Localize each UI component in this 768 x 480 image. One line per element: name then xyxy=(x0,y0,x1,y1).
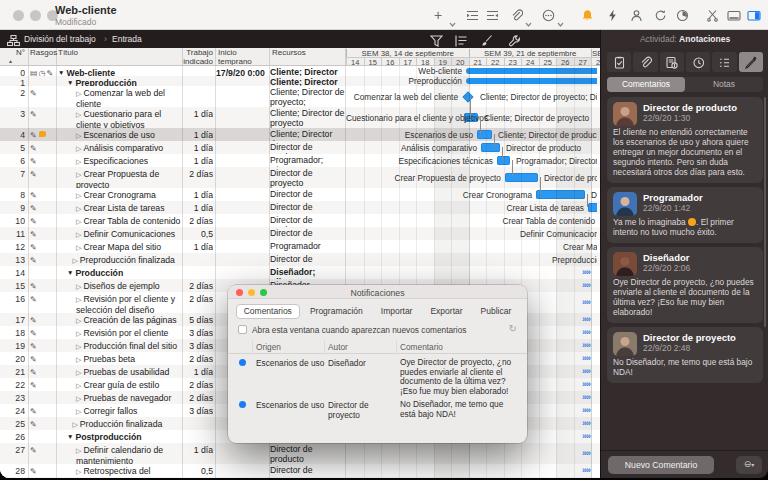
expand-arrow-icon[interactable]: ▷ xyxy=(76,132,81,139)
task-row[interactable]: 0▤◷✎▼Web-cliente17/9/20 0:00Cliente; Dir… xyxy=(0,66,600,76)
task-title[interactable]: ▷Crear Propuesta de proyecto xyxy=(56,167,182,188)
notif-tab-programación[interactable]: Programación xyxy=(302,304,371,319)
gantt-offscreen-icon[interactable]: »» xyxy=(582,280,590,290)
settings-wrench-icon[interactable] xyxy=(508,33,521,45)
task-row[interactable]: 8✎▷Crear Cronograma1 díaDirector de proy… xyxy=(0,188,600,201)
expand-arrow-icon[interactable]: ▷ xyxy=(76,369,81,376)
task-title[interactable]: ▷Revisión por el cliente xyxy=(56,326,182,339)
breakdown-view-icon[interactable] xyxy=(7,33,20,45)
task-title[interactable]: ▼Web-cliente xyxy=(56,66,182,76)
header-trabajo[interactable]: Trabajoindicado xyxy=(183,48,213,66)
task-title[interactable]: ▷Producción final del sitio xyxy=(56,339,182,352)
delete-comment-button[interactable]: ⊖▾ xyxy=(736,456,762,474)
task-row[interactable]: 12✎▷Crear Mapa del sitio1 díaProgramador… xyxy=(0,240,600,253)
task-row[interactable]: 4✎▷Escenarios de uso1 díaCliente; Direct… xyxy=(0,128,600,141)
comment-card[interactable]: Director de proyecto22/9/20 2:48No Diseñ… xyxy=(607,327,763,383)
task-title[interactable]: ▷Definir Comunicaciones xyxy=(56,227,182,240)
task-title[interactable]: ▷Producción finalizada xyxy=(56,417,182,430)
outline-icon[interactable] xyxy=(712,52,736,72)
add-chevron-icon[interactable] xyxy=(449,14,456,20)
gantt-task-bar[interactable] xyxy=(505,173,538,182)
expand-arrow-icon[interactable]: ▷ xyxy=(76,171,81,178)
task-title[interactable]: ▷Revisión por el cliente y selección del… xyxy=(56,292,182,313)
expand-arrow-icon[interactable]: ▷ xyxy=(76,330,81,337)
expand-arrow-icon[interactable]: ▷ xyxy=(76,296,81,303)
expand-arrow-icon[interactable]: ▷ xyxy=(76,231,81,238)
sync-icon[interactable] xyxy=(652,7,668,23)
task-row[interactable]: 1▼PreproducciónCliente; Director d…Prepr… xyxy=(0,76,600,86)
tab-notas[interactable]: Notas xyxy=(685,77,763,92)
gantt-offscreen-icon[interactable]: »» xyxy=(582,327,590,337)
task-title[interactable]: ▷Crear Tabla de contenido xyxy=(56,214,182,227)
expand-arrow-icon[interactable]: ▷ xyxy=(76,343,81,350)
col-comentario[interactable]: Comentario xyxy=(400,342,443,352)
comment-card[interactable]: Director de producto22/9/20 1:30El clien… xyxy=(607,97,763,183)
task-title[interactable]: ▷Corregir fallos xyxy=(56,404,182,417)
gantt-offscreen-icon[interactable]: »» xyxy=(582,418,590,428)
task-title[interactable]: ▼Preproducción xyxy=(56,76,182,86)
task-title[interactable]: ▼Producción xyxy=(56,266,182,279)
close-button[interactable] xyxy=(13,10,24,21)
comment-card[interactable]: Diseñador22/9/20 2:06Oye Director de pro… xyxy=(607,247,763,323)
task-row[interactable]: 10✎▷Crear Tabla de contenido2 díasDirect… xyxy=(0,214,600,227)
gantt-offscreen-icon[interactable]: »» xyxy=(582,478,590,479)
tab-comentarios[interactable]: Comentarios xyxy=(607,77,685,92)
task-title[interactable]: ▷Creación de las páginas xyxy=(56,313,182,326)
collapse-arrow-icon[interactable]: ▼ xyxy=(58,69,64,76)
gantt-task-bar[interactable] xyxy=(497,156,510,165)
gantt-offscreen-icon[interactable]: »» xyxy=(582,431,590,441)
gantt-offscreen-icon[interactable]: »» xyxy=(582,340,590,350)
person-icon[interactable] xyxy=(628,7,644,23)
gantt-offscreen-icon[interactable]: »» xyxy=(582,379,590,389)
gantt-offscreen-icon[interactable]: »» xyxy=(582,297,590,307)
open-on-new-comments-checkbox[interactable] xyxy=(238,325,247,334)
task-row[interactable]: 13✎▷Preproducción finalizadaDirector de … xyxy=(0,253,600,266)
gantt-task-bar[interactable] xyxy=(588,203,597,212)
task-row[interactable]: 27✎▷Definir calendario de mantenimiento1… xyxy=(0,443,600,464)
expand-arrow-icon[interactable]: ▷ xyxy=(76,218,81,225)
expand-arrow-icon[interactable]: ▷ xyxy=(76,192,81,199)
task-row[interactable]: 29✎▷Presentaciones finales0,5 díasClient… xyxy=(0,477,600,478)
task-title[interactable]: ▷Pruebas beta xyxy=(56,352,182,365)
style-icon[interactable] xyxy=(455,33,468,45)
filter-icon[interactable] xyxy=(430,33,443,45)
add-button[interactable]: + xyxy=(430,7,446,23)
expand-arrow-icon[interactable]: ▷ xyxy=(76,468,81,475)
header-titulo[interactable]: Título xyxy=(58,48,178,66)
task-title[interactable]: ▷Crear guía de estilo xyxy=(56,378,182,391)
indent-icon[interactable] xyxy=(464,7,480,23)
gantt-milestone[interactable] xyxy=(462,91,473,102)
notifications-bell-icon[interactable] xyxy=(579,7,595,23)
gantt-offscreen-icon[interactable]: »» xyxy=(582,314,590,324)
expand-arrow-icon[interactable]: ▷ xyxy=(76,205,81,212)
refresh-icon[interactable]: ↻ xyxy=(509,323,517,334)
header-inicio[interactable]: Inicio tempranoindicado xyxy=(218,48,268,66)
more-actions-icon[interactable] xyxy=(540,7,556,23)
annotations-pencil-icon[interactable] xyxy=(739,52,763,72)
task-title[interactable]: ▷Cuestionario para el cliente y objetivo… xyxy=(56,107,182,128)
gantt-task-bar[interactable] xyxy=(481,143,500,152)
task-title[interactable]: ▷Preproducción finalizada xyxy=(56,253,182,266)
expand-arrow-icon[interactable]: ▷ xyxy=(76,90,81,97)
gantt-summary-bar[interactable] xyxy=(466,78,597,84)
cut-icon[interactable] xyxy=(704,7,720,23)
gantt-summary-bar[interactable] xyxy=(466,68,597,74)
expand-arrow-icon[interactable]: ▷ xyxy=(72,257,77,264)
time-pie-icon[interactable] xyxy=(674,7,690,23)
gantt-offscreen-icon[interactable]: »» xyxy=(582,392,590,402)
comments-scrollbar[interactable] xyxy=(764,97,766,327)
notif-tab-importar[interactable]: Importar xyxy=(373,304,421,319)
gantt-offscreen-icon[interactable]: »» xyxy=(582,465,590,475)
task-row[interactable]: 5✎▷Análisis comparativo1 díaDirector de … xyxy=(0,141,600,154)
expand-arrow-icon[interactable]: ▷ xyxy=(72,421,77,428)
task-title[interactable]: ▷Retrospectiva del proyecto xyxy=(56,464,182,477)
expand-arrow-icon[interactable]: ▷ xyxy=(76,382,81,389)
expand-arrow-icon[interactable]: ▷ xyxy=(76,356,81,363)
expand-arrow-icon[interactable]: ▷ xyxy=(76,408,81,415)
history-icon[interactable] xyxy=(686,52,710,72)
task-row[interactable]: 2✎▷Comenzar la web del clienteCliente; D… xyxy=(0,86,600,107)
comment-card[interactable]: Programador22/9/20 1:42Ya me lo imaginab… xyxy=(607,187,763,243)
task-title[interactable]: ▷Diseños de ejemplo xyxy=(56,279,182,292)
outdent-icon[interactable] xyxy=(484,7,500,23)
task-title[interactable]: ▷Especificaciones técnicas xyxy=(56,154,182,167)
